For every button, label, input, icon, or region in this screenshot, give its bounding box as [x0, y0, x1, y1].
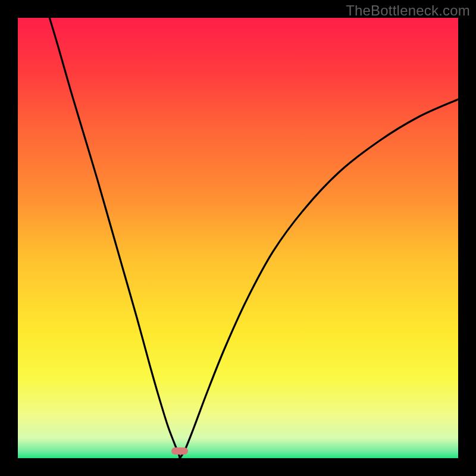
- plot-svg: [18, 18, 458, 458]
- plot-area: [18, 18, 458, 458]
- chart-frame: TheBottleneck.com: [0, 0, 476, 476]
- vertex-marker: [171, 447, 188, 455]
- watermark-text: TheBottleneck.com: [346, 2, 470, 19]
- gradient-background: [18, 18, 458, 458]
